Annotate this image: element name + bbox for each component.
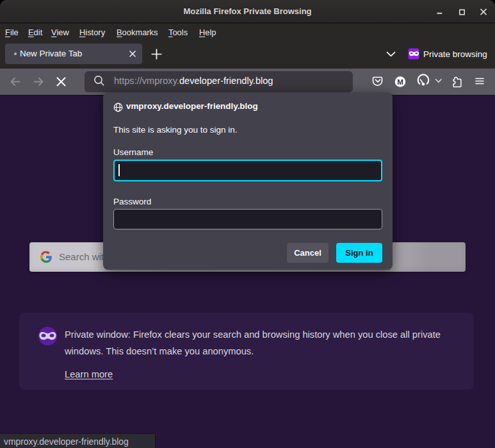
svg-text:M: M bbox=[397, 78, 403, 86]
